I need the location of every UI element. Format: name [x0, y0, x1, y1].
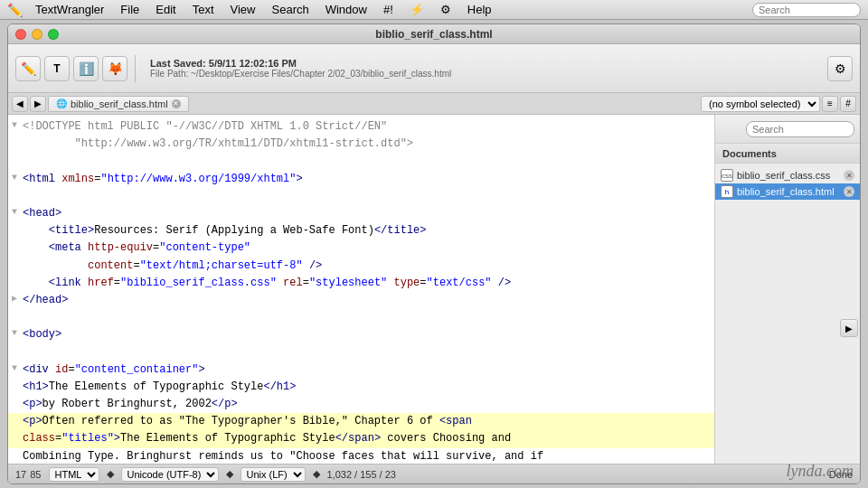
- syntax-selector[interactable]: HTML: [49, 467, 99, 482]
- code-line-highlighted: <p>Often referred to as "The Typographer…: [8, 413, 714, 430]
- documents-search[interactable]: [746, 121, 854, 137]
- menu-search[interactable]: Search: [265, 1, 316, 18]
- active-tab[interactable]: 🌐 biblio_serif_class.html ✕: [48, 96, 189, 112]
- tab-options-button[interactable]: ≡: [822, 96, 838, 112]
- code-line: <title>Resources: Serif (Applying a Web-…: [8, 222, 714, 239]
- fold-icon[interactable]: ▶: [12, 292, 21, 309]
- main-window: biblio_serif_class.html ✏️ T ℹ️ 🦊 Last S…: [7, 23, 861, 484]
- fold-icon: [12, 222, 21, 239]
- code-content: <link href="biblio_serif_class.css" rel=…: [23, 275, 711, 292]
- code-content: <html xmlns="http://www.w3.org/1999/xhtm…: [23, 171, 711, 188]
- doc-item-css[interactable]: css biblio_serif_class.css ✕: [715, 167, 860, 183]
- doc-css-name: biblio_serif_class.css: [737, 170, 830, 181]
- menu-file[interactable]: File: [113, 1, 146, 18]
- code-line: <link href="biblio_serif_class.css" rel=…: [8, 275, 714, 292]
- menu-textwrangler[interactable]: TextWrangler: [28, 1, 111, 18]
- tab-close-button[interactable]: ✕: [172, 99, 181, 108]
- doc-html-name: biblio_serif_class.html: [737, 186, 835, 197]
- app-icon: ✏️: [7, 3, 23, 17]
- code-content: class="titles">The Elements of Typograph…: [23, 430, 711, 447]
- code-content: [23, 309, 711, 326]
- status-bar: 17 85 HTML ◆ Unicode (UTF-8) ◆ Unix (LF)…: [8, 464, 860, 483]
- code-line: ▼ <html xmlns="http://www.w3.org/1999/xh…: [8, 171, 714, 188]
- menu-lightning[interactable]: ⚡: [402, 1, 431, 18]
- close-button[interactable]: [15, 29, 26, 40]
- documents-header: Documents: [715, 144, 860, 164]
- code-content: <div id="content_container">: [23, 361, 711, 379]
- documents-title: Documents: [722, 148, 777, 159]
- fold-icon: [12, 430, 21, 447]
- browser-button[interactable]: 🦊: [102, 56, 127, 81]
- fold-icon[interactable]: ▼: [12, 118, 21, 136]
- fold-icon: [12, 258, 21, 275]
- nav-back-button[interactable]: ◀: [12, 96, 28, 112]
- symbol-selector[interactable]: (no symbol selected): [701, 96, 820, 112]
- code-content: "http://www.w3.org/TR/xhtml1/DTD/xhtml1-…: [23, 136, 711, 153]
- fold-icon: [12, 396, 21, 413]
- info-button[interactable]: ℹ️: [73, 56, 99, 81]
- documents-list: css biblio_serif_class.css ✕ h biblio_se…: [715, 164, 860, 317]
- code-line-highlighted: class="titles">The Elements of Typograph…: [8, 430, 714, 447]
- menu-window[interactable]: Window: [318, 1, 374, 18]
- text-button[interactable]: T: [44, 56, 70, 81]
- fold-icon[interactable]: ▼: [12, 171, 21, 188]
- menu-bar: ✏️ TextWrangler File Edit Text View Sear…: [0, 0, 868, 20]
- tab-actions: ≡ #: [822, 96, 856, 112]
- main-content: ▼ <!DOCTYPE html PUBLIC "-//W3C//DTD XHT…: [8, 115, 860, 464]
- code-line: <p>by Robert Bringhurst, 2002</p>: [8, 396, 714, 413]
- minimize-button[interactable]: [32, 29, 42, 40]
- code-content: content="text/html;charset=utf-8" />: [23, 258, 711, 275]
- window-title: biblio_serif_class.html: [375, 28, 492, 41]
- file-info: Last Saved: 5/9/11 12:02:16 PM File Path…: [150, 58, 451, 79]
- code-line: [8, 309, 714, 326]
- settings-button[interactable]: ⚙: [827, 56, 853, 81]
- fold-icon: [12, 413, 21, 430]
- maximize-button[interactable]: [48, 29, 59, 40]
- code-line: [8, 343, 714, 361]
- col-number: 85: [30, 469, 41, 480]
- code-content: <body>: [23, 326, 711, 343]
- fold-icon[interactable]: ▼: [12, 361, 21, 379]
- spotlight-search[interactable]: [752, 3, 861, 17]
- tab-label: biblio_serif_class.html: [71, 99, 168, 109]
- menu-hash[interactable]: #!: [376, 1, 401, 18]
- fold-icon[interactable]: ▼: [12, 326, 21, 343]
- menu-edit[interactable]: Edit: [148, 1, 183, 18]
- code-content: <p>Often referred to as "The Typographer…: [23, 413, 711, 430]
- doc-item-html[interactable]: h biblio_serif_class.html ✕: [715, 183, 860, 200]
- tab-add-button[interactable]: #: [840, 96, 856, 112]
- line-number: 17: [15, 469, 26, 480]
- panel-collapse-button[interactable]: ▶: [840, 319, 858, 337]
- menu-gear[interactable]: ⚙: [433, 1, 458, 18]
- encoding-selector[interactable]: Unicode (UTF-8): [121, 467, 219, 482]
- doc-html-icon: h: [721, 185, 733, 198]
- fold-icon[interactable]: ▼: [12, 205, 21, 222]
- pencil-button[interactable]: ✏️: [15, 56, 41, 81]
- code-editor[interactable]: ▼ <!DOCTYPE html PUBLIC "-//W3C//DTD XHT…: [8, 115, 715, 464]
- code-line: <h1>The Elements of Typographic Style</h…: [8, 379, 714, 396]
- nav-forward-button[interactable]: ▶: [30, 96, 46, 112]
- menu-view[interactable]: View: [223, 1, 263, 18]
- tab-bar: ◀ ▶ 🌐 biblio_serif_class.html ✕ (no symb…: [8, 93, 860, 115]
- right-toolbar: [715, 115, 860, 144]
- cursor-position: 17 85: [15, 469, 42, 480]
- fold-icon: [12, 343, 21, 361]
- menu-help[interactable]: Help: [460, 1, 499, 18]
- last-saved-label: Last Saved: 5/9/11 12:02:16 PM: [150, 58, 451, 69]
- lineending-selector[interactable]: Unix (LF): [241, 467, 306, 482]
- code-line: <meta http-equiv="content-type": [8, 239, 714, 257]
- fold-icon: [12, 448, 21, 464]
- fold-icon: [12, 379, 21, 396]
- doc-close-html[interactable]: ✕: [844, 186, 854, 197]
- fold-icon: [12, 188, 21, 205]
- code-content: Combining Type. Bringhurst reminds us to…: [23, 448, 711, 464]
- doc-css-icon: css: [721, 169, 733, 182]
- code-line: content="text/html;charset=utf-8" />: [8, 258, 714, 275]
- file-path-label: File Path: ~/Desktop/Exercise Files/Chap…: [150, 69, 451, 79]
- branding: lynda.com: [787, 462, 854, 481]
- doc-close-css[interactable]: ✕: [844, 170, 854, 181]
- code-content: </head>: [23, 292, 711, 309]
- fold-icon: [12, 239, 21, 257]
- code-line: ▼ <div id="content_container">: [8, 361, 714, 379]
- menu-text[interactable]: Text: [185, 1, 222, 18]
